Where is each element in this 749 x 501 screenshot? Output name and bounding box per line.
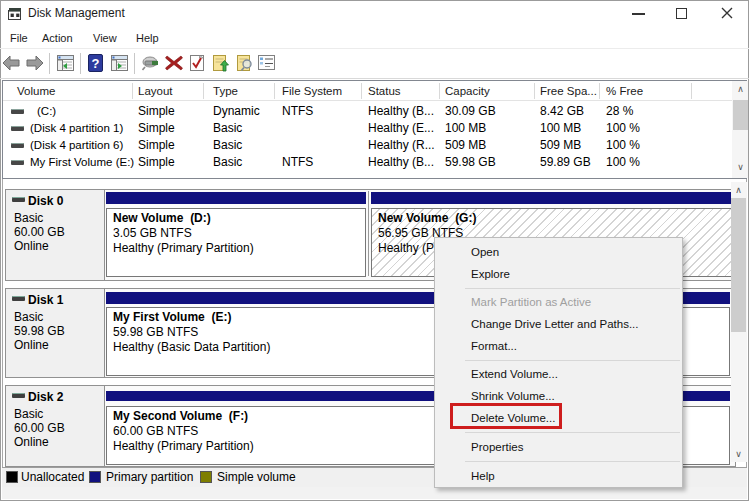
svg-text:?: ? xyxy=(92,56,100,71)
